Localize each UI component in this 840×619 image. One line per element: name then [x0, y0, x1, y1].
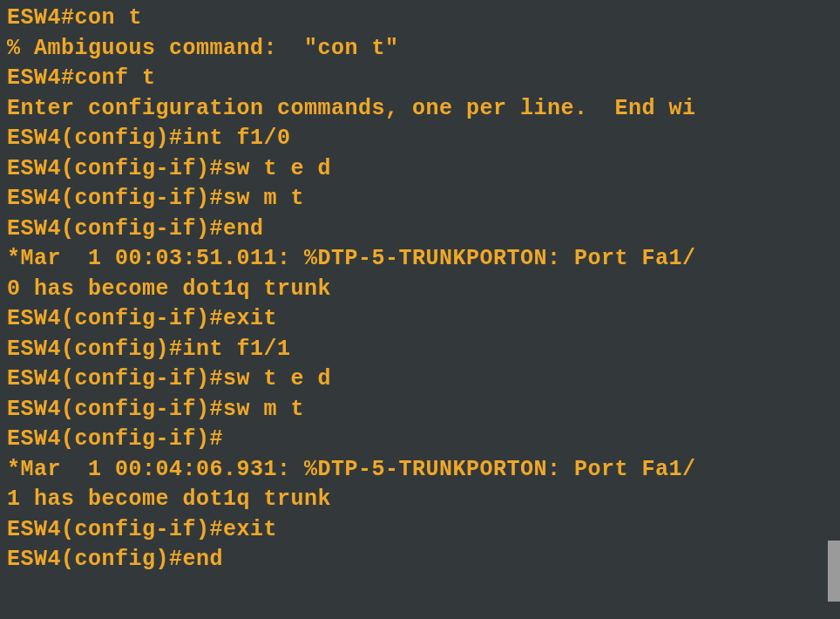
terminal-line: 1 has become dot1q trunk — [7, 485, 833, 515]
terminal-line: ESW4(config)#int f1/0 — [7, 124, 833, 154]
terminal-line: % Ambiguous command: "con t" — [7, 34, 833, 65]
terminal-line: ESW4(config-if)#sw m t — [7, 395, 833, 425]
terminal-line: *Mar 1 00:04:06.931: %DTP-5-TRUNKPORTON:… — [7, 455, 833, 486]
terminal-line: ESW4(config)#end — [7, 545, 833, 575]
terminal-output[interactable]: ESW4#con t % Ambiguous command: "con t" … — [7, 3, 833, 575]
terminal-line: ESW4(config-if)# — [7, 425, 833, 455]
terminal-line: ESW4(config)#int f1/1 — [7, 335, 833, 365]
terminal-line: ESW4#con t — [7, 3, 833, 34]
scrollbar-thumb[interactable] — [828, 541, 840, 602]
terminal-line: ESW4(config-if)#sw t e d — [7, 364, 833, 395]
terminal-line: ESW4(config-if)#exit — [7, 515, 833, 546]
terminal-line: ESW4#conf t — [7, 64, 833, 94]
terminal-line: ESW4(config-if)#exit — [7, 304, 833, 335]
terminal-line: 0 has become dot1q trunk — [7, 275, 833, 305]
scrollbar-track[interactable] — [828, 0, 840, 619]
terminal-line: ESW4(config-if)#sw t e d — [7, 154, 833, 185]
terminal-line: Enter configuration commands, one per li… — [7, 94, 833, 125]
terminal-line: *Mar 1 00:03:51.011: %DTP-5-TRUNKPORTON:… — [7, 244, 833, 275]
terminal-line: ESW4(config-if)#end — [7, 214, 833, 245]
terminal-line: ESW4(config-if)#sw m t — [7, 184, 833, 214]
